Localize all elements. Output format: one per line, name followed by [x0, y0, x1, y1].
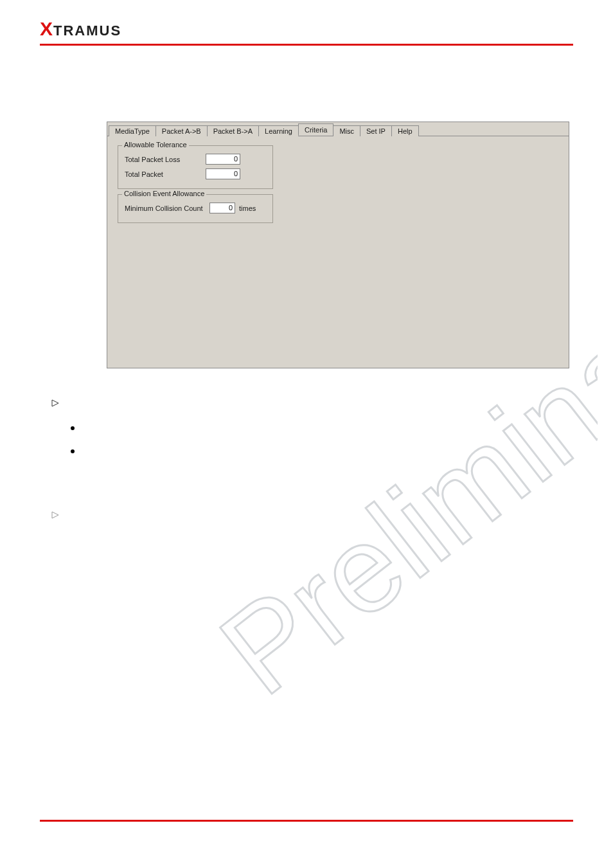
- tab-packet-ab[interactable]: Packet A->B: [155, 125, 208, 136]
- tab-packet-ba[interactable]: Packet B->A: [207, 125, 259, 136]
- tab-strip: MediaType Packet A->B Packet B->A Learni…: [107, 122, 569, 136]
- logo-rest: TRAMUS: [53, 23, 121, 39]
- suffix-times: times: [239, 204, 256, 212]
- settings-panel: MediaType Packet A->B Packet B->A Learni…: [107, 122, 569, 368]
- footer-rule: [40, 820, 573, 822]
- svg-marker-0: [52, 400, 58, 406]
- disc-bullet: [51, 426, 565, 430]
- logo: XTRAMUS: [40, 26, 121, 37]
- header: XTRAMUS: [0, 0, 613, 44]
- panel-body: Allowable Tolerance Total Packet Loss 0 …: [107, 136, 569, 235]
- logo-x: X: [40, 18, 53, 39]
- disc-icon: [71, 426, 75, 430]
- label-total-packet-loss: Total Packet Loss: [125, 156, 206, 163]
- allowable-tolerance-group: Allowable Tolerance Total Packet Loss 0 …: [118, 145, 273, 189]
- label-min-collision: Minimum Collision Count: [125, 204, 209, 212]
- allowable-tolerance-legend: Allowable Tolerance: [122, 141, 189, 149]
- tab-criteria[interactable]: Criteria: [298, 123, 333, 136]
- svg-marker-1: [52, 512, 58, 518]
- arrow-bullet: [51, 399, 565, 407]
- row-min-collision: Minimum Collision Count 0 times: [125, 203, 266, 213]
- input-min-collision[interactable]: 0: [209, 203, 235, 213]
- content: MediaType Packet A->B Packet B->A Learni…: [0, 46, 613, 68]
- tab-help[interactable]: Help: [391, 125, 419, 136]
- tab-setip[interactable]: Set IP: [360, 125, 392, 136]
- disc-bullet: [51, 449, 565, 453]
- tab-misc[interactable]: Misc: [333, 125, 360, 136]
- collision-event-group: Collision Event Allowance Minimum Collis…: [118, 194, 273, 223]
- input-total-packet-loss[interactable]: 0: [206, 154, 240, 165]
- bullet-area: [51, 389, 565, 527]
- collision-event-legend: Collision Event Allowance: [122, 190, 206, 197]
- arrow-bullet: [51, 511, 565, 519]
- arrow-right-icon: [51, 511, 59, 519]
- tab-learning[interactable]: Learning: [258, 125, 299, 136]
- input-total-packet[interactable]: 0: [206, 168, 240, 179]
- row-total-packet-loss: Total Packet Loss 0: [125, 154, 266, 165]
- disc-icon: [71, 449, 75, 453]
- label-total-packet: Total Packet: [125, 170, 206, 178]
- row-total-packet: Total Packet 0: [125, 168, 266, 179]
- arrow-right-icon: [51, 399, 59, 407]
- tab-mediatype[interactable]: MediaType: [109, 125, 156, 136]
